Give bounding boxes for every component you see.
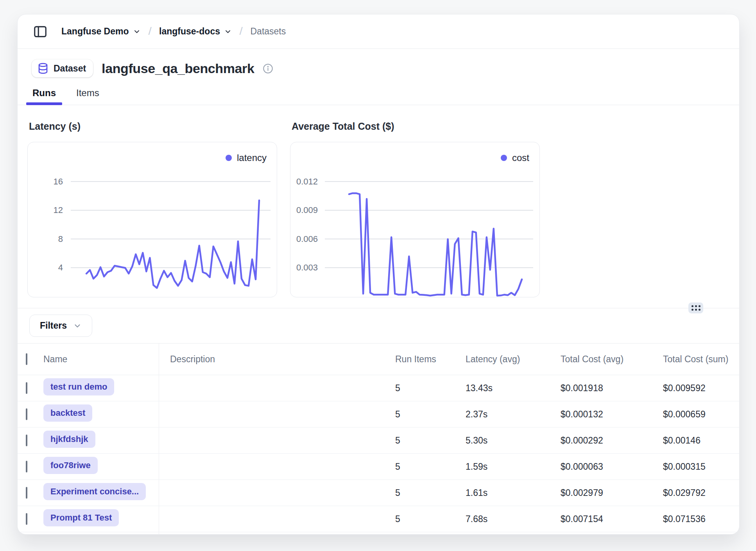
select-all-checkbox[interactable] [26,353,27,365]
total-cost-sum-cell: $0.009592 [663,383,739,394]
latency-avg-cell: 1.61s [466,488,561,498]
total-cost-sum-cell: $0.071536 [663,514,739,524]
description-cell [159,480,395,506]
table-row: backtest 5 2.37s $0.000132 $0.000659 [18,401,739,428]
database-icon [37,63,49,74]
run-items-cell: 5 [395,435,466,446]
breadcrumb-org-selector[interactable]: Langfuse Demo [61,26,141,37]
chevron-down-icon [224,28,232,36]
description-cell [159,506,395,532]
total-cost-avg-cell: $0.000132 [561,409,663,420]
section-divider [18,308,739,308]
table-row: test run demo 5 13.43s $0.001918 $0.0095… [18,375,739,401]
total-cost-sum-cell: $0.000659 [663,409,739,420]
table-row-partially-visible [18,532,739,535]
breadcrumb-separator: / [240,25,243,38]
latency-avg-cell: 7.68s [466,514,561,524]
page-header: Dataset langfuse_qa_benchmark [32,59,725,77]
table-row: hjkfdshjk 5 5.30s $0.000292 $0.00146 [18,428,739,454]
cost-chart-legend: cost [501,152,529,163]
row-checkbox[interactable] [26,487,27,499]
cost-chart-block: Average Total Cost ($) cost 0.012 0.009 … [290,121,539,297]
row-checkbox[interactable] [26,513,27,525]
tab-items[interactable]: Items [75,88,100,105]
grip-dots-icon [692,305,700,311]
chevron-down-icon [73,322,82,330]
filters-button[interactable]: Filters [29,315,92,337]
latency-avg-cell: 1.59s [466,462,561,472]
total-cost-sum-cell: $0.000315 [663,462,739,472]
tab-runs[interactable]: Runs [32,88,57,105]
breadcrumb-page-label: Datasets [250,26,286,37]
breadcrumb-separator: / [148,25,151,38]
tab-bar: Runs Items [18,88,739,105]
breadcrumb-project-label: langfuse-docs [159,26,220,37]
sidebar-toggle-button[interactable] [32,23,49,40]
legend-dot-icon [226,155,232,161]
run-name-badge[interactable]: test run demo [43,378,114,395]
row-checkbox[interactable] [26,408,27,420]
legend-dot-icon [501,155,507,161]
total-cost-avg-cell: $0.001918 [561,383,663,394]
latency-avg-cell: 13.43s [466,383,561,394]
column-header-description[interactable]: Description [159,343,395,375]
description-cell [159,375,395,401]
filters-button-label: Filters [40,320,67,331]
breadcrumb-page-datasets[interactable]: Datasets [250,26,286,37]
run-name-badge[interactable]: backtest [43,404,92,422]
column-header-run-items[interactable]: Run Items [395,354,466,365]
dataset-type-badge: Dataset [32,59,93,77]
cost-line-chart[interactable] [290,142,539,297]
column-header-latency-avg[interactable]: Latency (avg) [466,354,561,365]
total-cost-avg-cell: $0.000292 [561,435,663,446]
column-header-name[interactable]: Name [43,354,159,365]
runs-table: Name Description Run Items Latency (avg)… [18,343,739,535]
table-row: Prompt 81 Test 5 7.68s $0.007154 $0.0715… [18,506,739,532]
description-cell [159,454,395,479]
dataset-badge-label: Dataset [54,63,86,74]
app-window: Langfuse Demo / langfuse-docs / Datasets… [17,14,740,535]
table-header-row: Name Description Run Items Latency (avg)… [18,343,739,375]
run-name-badge[interactable]: hjkfdshjk [43,431,95,448]
description-cell [159,428,395,453]
column-header-total-cost-avg[interactable]: Total Cost (avg) [561,354,663,365]
chevron-down-icon [133,28,141,36]
latency-chart-block: Latency (s) latency 16 12 8 4 [27,121,276,297]
breadcrumb: Langfuse Demo / langfuse-docs / Datasets [61,25,286,38]
run-items-cell: 5 [395,383,466,394]
page-title: langfuse_qa_benchmark [102,61,254,76]
cost-chart-title: Average Total Cost ($) [292,121,539,132]
run-name-badge[interactable]: Prompt 81 Test [43,509,119,526]
total-cost-avg-cell: $0.002979 [561,488,663,498]
latency-line-chart[interactable] [28,142,277,297]
run-items-cell: 5 [395,409,466,420]
total-cost-avg-cell: $0.000063 [561,462,663,472]
breadcrumb-project-selector[interactable]: langfuse-docs [159,26,232,37]
breadcrumb-org-label: Langfuse Demo [61,26,129,37]
row-checkbox[interactable] [26,435,27,446]
description-cell [159,532,395,535]
filters-row: Filters [18,308,739,343]
column-header-total-cost-sum[interactable]: Total Cost (sum) [663,354,739,365]
run-name-badge[interactable]: Experiment concise... [43,483,146,500]
latency-chart-title: Latency (s) [29,121,276,132]
row-checkbox[interactable] [26,382,27,394]
resize-grip-handle[interactable] [688,302,703,313]
run-items-cell: 5 [395,488,466,498]
run-items-cell: 5 [395,514,466,524]
panel-left-icon [33,24,48,39]
legend-label: cost [512,152,529,163]
charts-section: Latency (s) latency 16 12 8 4 Average To… [18,105,739,297]
latency-avg-cell: 2.37s [466,409,561,420]
legend-label: latency [237,152,267,163]
info-icon[interactable] [263,63,273,74]
latency-chart-card: latency 16 12 8 4 [27,142,277,297]
row-checkbox[interactable] [26,461,27,472]
total-cost-avg-cell: $0.007154 [561,514,663,524]
run-name-badge[interactable]: foo78riwe [43,457,98,474]
latency-avg-cell: 5.30s [466,435,561,446]
run-items-cell: 5 [395,462,466,472]
description-cell [159,401,395,427]
latency-chart-legend: latency [226,152,267,163]
cost-chart-card: cost 0.012 0.009 0.006 0.003 [290,142,540,297]
